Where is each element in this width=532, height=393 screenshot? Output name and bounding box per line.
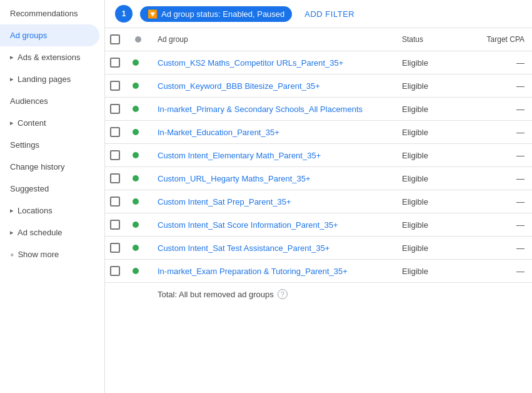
table-row: Custom Intent_Elementary Math_Parent_35+… bbox=[105, 144, 532, 167]
row-name-cell: In-Market_Education_Parent_35+ bbox=[150, 121, 394, 144]
ad-group-link[interactable]: Custom Intent_Elementary Math_Parent_35+ bbox=[158, 151, 321, 160]
sidebar-item-suggested[interactable]: Suggested bbox=[0, 178, 99, 200]
add-filter-button[interactable]: ADD FILTER bbox=[299, 7, 359, 21]
ad-group-link[interactable]: Custom Intent_Sat Prep_Parent_35+ bbox=[158, 197, 291, 207]
plus-icon: + bbox=[10, 251, 14, 258]
sidebar-item-landing-pages[interactable]: ▸Landing pages bbox=[0, 68, 99, 90]
table-body: Custom_KS2 Maths_Competitor URLs_Parent_… bbox=[105, 51, 532, 283]
row-checkbox-cell bbox=[105, 51, 128, 74]
ad-group-link[interactable]: In-Market_Education_Parent_35+ bbox=[158, 128, 279, 137]
status-dot bbox=[133, 222, 139, 228]
row-status-cell: Eligible bbox=[394, 51, 469, 74]
row-name-cell: Custom_KS2 Maths_Competitor URLs_Parent_… bbox=[150, 51, 394, 74]
sidebar-item-ads-extensions[interactable]: ▸Ads & extensions bbox=[0, 46, 99, 68]
status-text: Eligible bbox=[402, 220, 428, 230]
row-checkbox[interactable] bbox=[110, 150, 120, 160]
row-checkbox[interactable] bbox=[110, 243, 120, 253]
row-target-cpa-cell: — bbox=[469, 190, 532, 213]
row-checkbox-cell bbox=[105, 237, 128, 260]
funnel-icon: 🔽 bbox=[148, 9, 158, 19]
sidebar-item-change-history[interactable]: Change history bbox=[0, 156, 99, 178]
ad-group-link[interactable]: Custom_URL_Hegarty Maths_Parent_35+ bbox=[158, 174, 311, 183]
table-header-row: Ad group Status Target CPA bbox=[105, 28, 532, 51]
ad-group-link[interactable]: Custom_KS2 Maths_Competitor URLs_Parent_… bbox=[158, 58, 343, 68]
expand-icon: ▸ bbox=[10, 228, 14, 237]
row-checkbox[interactable] bbox=[110, 127, 120, 137]
sidebar-item-audiences[interactable]: Audiences bbox=[0, 90, 99, 112]
table-row: Custom_KS2 Maths_Competitor URLs_Parent_… bbox=[105, 51, 532, 74]
row-name-cell: Custom_Keyword_BBB Bitesize_Parent_35+ bbox=[150, 74, 394, 98]
row-status-cell: Eligible bbox=[394, 260, 469, 283]
row-checkbox[interactable] bbox=[110, 173, 120, 183]
filter-chip[interactable]: 🔽 Ad group status: Enabled, Paused bbox=[140, 6, 292, 22]
sidebar-item-ad-groups[interactable]: Ad groups bbox=[0, 24, 99, 46]
sidebar-item-show-more[interactable]: +Show more bbox=[0, 243, 99, 265]
row-target-cpa-cell: — bbox=[469, 167, 532, 190]
row-checkbox[interactable] bbox=[110, 266, 120, 276]
row-status-dot-cell bbox=[128, 260, 150, 283]
sidebar-item-content[interactable]: ▸Content bbox=[0, 112, 99, 134]
row-name-cell: In-market_Primary & Secondary Schools_Al… bbox=[150, 98, 394, 121]
row-name-cell: In-market_Exam Preparation & Tutoring_Pa… bbox=[150, 260, 394, 283]
sidebar-item-label: Recommendations bbox=[10, 9, 78, 18]
help-icon[interactable]: ? bbox=[278, 289, 288, 299]
ad-group-link[interactable]: In-market_Primary & Secondary Schools_Al… bbox=[158, 105, 363, 114]
row-status-dot-cell bbox=[128, 237, 150, 260]
row-status-cell: Eligible bbox=[394, 121, 469, 144]
status-text: Eligible bbox=[402, 174, 428, 183]
sidebar-item-settings[interactable]: Settings bbox=[0, 134, 99, 156]
ad-group-link[interactable]: Custom Intent_Sat Test Assistance_Parent… bbox=[158, 243, 329, 253]
sidebar-item-label: Ad schedule bbox=[18, 228, 63, 237]
status-dot bbox=[133, 59, 139, 66]
header-dot-col bbox=[128, 28, 150, 51]
status-text: Eligible bbox=[402, 151, 428, 160]
status-dot bbox=[133, 129, 139, 135]
table-row: In-Market_Education_Parent_35+Eligible— bbox=[105, 121, 532, 144]
row-name-cell: Custom Intent_Elementary Math_Parent_35+ bbox=[150, 144, 394, 167]
row-checkbox-cell bbox=[105, 144, 128, 167]
row-name-cell: Custom_URL_Hegarty Maths_Parent_35+ bbox=[150, 167, 394, 190]
ad-groups-table: Ad group Status Target CPA Custom_KS2 Ma… bbox=[105, 28, 532, 305]
header-status: Status bbox=[394, 28, 469, 51]
row-status-cell: Eligible bbox=[394, 167, 469, 190]
table-row: In-market_Exam Preparation & Tutoring_Pa… bbox=[105, 260, 532, 283]
filter-count-badge: 1 bbox=[115, 5, 133, 23]
row-checkbox-cell bbox=[105, 74, 128, 98]
header-ad-group: Ad group bbox=[150, 28, 394, 51]
row-target-cpa-cell: — bbox=[469, 51, 532, 74]
row-status-cell: Eligible bbox=[394, 144, 469, 167]
row-checkbox-cell bbox=[105, 167, 128, 190]
row-checkbox[interactable] bbox=[110, 81, 120, 91]
status-text: Eligible bbox=[402, 243, 428, 253]
select-all-checkbox[interactable] bbox=[110, 34, 120, 44]
row-status-dot-cell bbox=[128, 190, 150, 213]
row-status-dot-cell bbox=[128, 98, 150, 121]
table-row: In-market_Primary & Secondary Schools_Al… bbox=[105, 98, 532, 121]
row-checkbox[interactable] bbox=[110, 220, 120, 230]
row-target-cpa-cell: — bbox=[469, 260, 532, 283]
sidebar-item-recommendations[interactable]: Recommendations bbox=[0, 3, 99, 24]
status-text: Eligible bbox=[402, 81, 428, 91]
row-target-cpa-cell: — bbox=[469, 121, 532, 144]
status-dot bbox=[133, 152, 139, 158]
table-row: Custom_Keyword_BBB Bitesize_Parent_35+El… bbox=[105, 74, 532, 98]
status-dot bbox=[133, 175, 139, 181]
row-checkbox[interactable] bbox=[110, 104, 120, 114]
ad-group-link[interactable]: Custom_Keyword_BBB Bitesize_Parent_35+ bbox=[158, 81, 320, 91]
expand-icon: ▸ bbox=[10, 207, 14, 215]
status-text: Eligible bbox=[402, 128, 428, 137]
ad-group-link[interactable]: In-market_Exam Preparation & Tutoring_Pa… bbox=[158, 267, 348, 276]
table-row: Custom Intent_Sat Test Assistance_Parent… bbox=[105, 237, 532, 260]
table-row: Custom Intent_Sat Prep_Parent_35+Eligibl… bbox=[105, 190, 532, 213]
sidebar-item-ad-schedule[interactable]: ▸Ad schedule bbox=[0, 222, 99, 243]
sidebar: RecommendationsAd groups▸Ads & extension… bbox=[0, 0, 105, 393]
row-status-cell: Eligible bbox=[394, 190, 469, 213]
row-name-cell: Custom Intent_Sat Test Assistance_Parent… bbox=[150, 237, 394, 260]
row-status-dot-cell bbox=[128, 167, 150, 190]
filter-chip-label: Ad group status: Enabled, Paused bbox=[161, 9, 284, 19]
row-checkbox[interactable] bbox=[110, 196, 120, 207]
ad-group-link[interactable]: Custom Intent_Sat Score Information_Pare… bbox=[158, 220, 338, 230]
row-checkbox[interactable] bbox=[110, 58, 120, 68]
row-status-dot-cell bbox=[128, 213, 150, 237]
sidebar-item-locations[interactable]: ▸Locations bbox=[0, 200, 99, 222]
